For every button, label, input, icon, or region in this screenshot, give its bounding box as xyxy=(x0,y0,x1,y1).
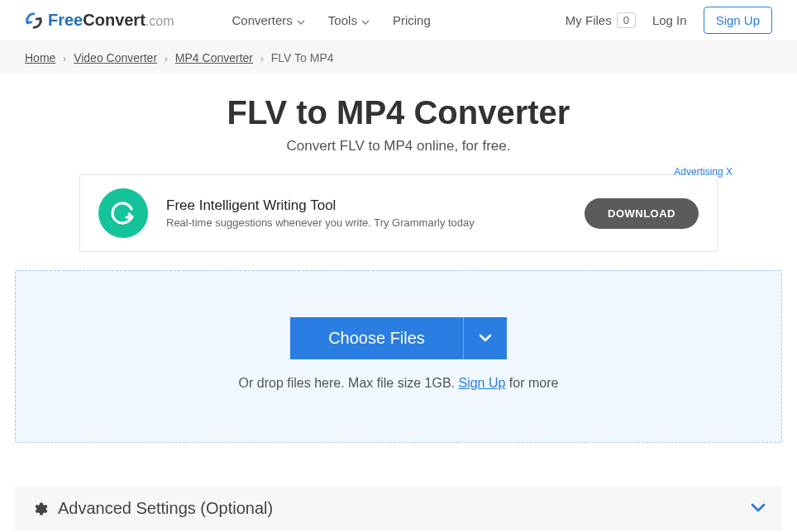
logo-convert: Convert xyxy=(83,11,146,30)
chevron-right-icon: › xyxy=(63,53,66,64)
advanced-title: Advanced Settings (Optional) xyxy=(58,499,273,518)
page-title: FLV to MP4 Converter xyxy=(25,94,772,131)
chevron-right-icon: › xyxy=(165,53,168,64)
header-bar: Free Convert .com Converters Tools Prici… xyxy=(0,0,797,41)
nav-tools-label: Tools xyxy=(328,13,357,27)
drop-hint-suffix: for more xyxy=(505,376,558,390)
grammarly-icon xyxy=(98,188,148,238)
nav-pricing[interactable]: Pricing xyxy=(393,13,431,27)
breadcrumb-home[interactable]: Home xyxy=(25,51,55,64)
file-dropzone[interactable]: Choose Files Or drop files here. Max fil… xyxy=(15,270,782,443)
nav-tools[interactable]: Tools xyxy=(328,13,370,27)
choose-files-dropdown[interactable] xyxy=(463,317,507,359)
chevron-down-icon xyxy=(361,13,370,27)
my-files-link[interactable]: My Files 0 xyxy=(566,12,636,28)
logo-dotcom: .com xyxy=(146,14,174,29)
drop-hint-prefix: Or drop files here. Max file size 1GB. xyxy=(239,376,459,390)
advanced-wrap: Advanced Settings (Optional) xyxy=(0,443,797,531)
choose-files-row: Choose Files xyxy=(290,317,507,359)
ad-container: Advertising X Free Intelligent Writing T… xyxy=(0,163,797,252)
ad-subtitle: Real-time suggestions whenever you write… xyxy=(166,216,566,229)
ad-title: Free Intelligent Writing Tool xyxy=(166,197,566,214)
ad-close-link[interactable]: Advertising X xyxy=(674,166,733,178)
ad-text: Free Intelligent Writing Tool Real-time … xyxy=(166,197,566,229)
site-logo[interactable]: Free Convert .com xyxy=(25,11,174,30)
breadcrumb: Home › Video Converter › MP4 Converter ›… xyxy=(0,41,797,74)
main-title-area: FLV to MP4 Converter Convert FLV to MP4 … xyxy=(0,74,797,163)
chevron-down-icon xyxy=(479,332,492,344)
drop-hint: Or drop files here. Max file size 1GB. S… xyxy=(32,376,765,391)
nav-converters[interactable]: Converters xyxy=(232,13,305,27)
breadcrumb-current: FLV To MP4 xyxy=(271,51,334,64)
gear-icon xyxy=(31,501,48,517)
drop-hint-signup[interactable]: Sign Up xyxy=(458,376,505,390)
nav-converters-label: Converters xyxy=(232,13,293,27)
login-link[interactable]: Log In xyxy=(652,13,687,27)
nav-menu: Converters Tools Pricing xyxy=(232,13,431,27)
advanced-left: Advanced Settings (Optional) xyxy=(31,499,273,518)
ad-download-button[interactable]: DOWNLOAD xyxy=(585,198,699,229)
signup-button[interactable]: Sign Up xyxy=(704,7,772,34)
my-files-label: My Files xyxy=(566,13,612,27)
nav-pricing-label: Pricing xyxy=(393,13,431,27)
logo-icon xyxy=(25,12,43,30)
page-subtitle: Convert FLV to MP4 online, for free. xyxy=(25,138,772,154)
nav-left: Free Convert .com Converters Tools Prici… xyxy=(25,11,431,30)
chevron-down-icon xyxy=(751,501,766,516)
dropzone-wrap: Choose Files Or drop files here. Max fil… xyxy=(0,252,797,443)
breadcrumb-video-converter[interactable]: Video Converter xyxy=(74,51,157,64)
breadcrumb-mp4-converter[interactable]: MP4 Converter xyxy=(175,51,253,64)
nav-right: My Files 0 Log In Sign Up xyxy=(566,7,772,34)
ad-box[interactable]: Free Intelligent Writing Tool Real-time … xyxy=(79,174,718,252)
logo-free: Free xyxy=(48,11,83,30)
file-count-badge: 0 xyxy=(617,12,636,28)
advanced-settings-toggle[interactable]: Advanced Settings (Optional) xyxy=(15,486,782,531)
chevron-right-icon: › xyxy=(260,53,264,64)
chevron-down-icon xyxy=(297,13,305,27)
logo-text: Free Convert .com xyxy=(48,11,174,30)
choose-files-button[interactable]: Choose Files xyxy=(290,317,463,359)
